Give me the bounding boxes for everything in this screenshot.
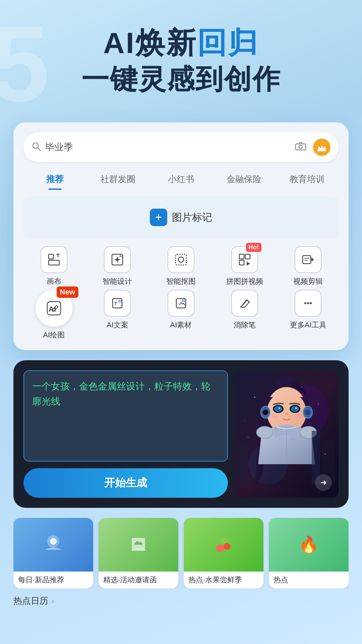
ai-gen-preview [235,370,339,498]
more-ai-label: 更多AI工具 [290,320,326,330]
canvas-icon [41,246,67,273]
hero-title-part2: 回归 [197,26,259,59]
svg-point-30 [310,302,312,304]
ai-drawing-icon: AI New [36,290,72,327]
hot-emoji: 🔥 [299,535,319,554]
smart-design-icon: AI [104,246,131,273]
ai-material-icon: AI [168,290,194,317]
tab-finance[interactable]: 金融保险 [213,170,276,190]
image-marker-label: 图片标记 [172,211,212,224]
collage-video-icon: Hot [231,246,258,273]
hero-title-line2: 一键灵感到创作 [13,63,349,96]
svg-rect-13 [245,254,250,259]
tabs-container: 推荐 社群发圈 小红书 金融保险 教育培训 [23,170,339,190]
svg-point-63 [244,420,245,421]
tool-ai-copy[interactable]: T AI AI文案 [87,290,148,340]
svg-rect-5 [49,254,53,259]
svg-point-11 [178,257,184,262]
eraser-icon [231,290,258,317]
tab-education[interactable]: 教育培训 [276,170,339,190]
tool-collage-video[interactable]: Hot 拼图拼视频 [214,246,275,286]
svg-rect-57 [238,444,248,484]
bottom-card-selected[interactable]: 精选·活动邀请函 [99,518,178,588]
svg-text:AI: AI [49,305,56,313]
svg-point-68 [216,544,224,552]
bottom-card-fruit[interactable]: 热点·水果尝鲜季 [184,518,263,588]
crown-icon[interactable] [313,139,330,156]
bottom-card-hot[interactable]: 🔥 热点 [269,518,349,588]
image-marker-button[interactable]: + 图片标记 [23,197,339,238]
svg-point-29 [307,302,309,304]
svg-point-59 [318,404,319,405]
search-placeholder: 毕业季 [45,141,295,154]
bottom-card-daily-label: 每日·新品推荐 [13,572,93,588]
ai-prompt-text: 一个女孩，金色金属丝设计，粒子特效，轮廓光线 [32,379,219,409]
smart-cutout-icon [168,246,194,273]
svg-text:AI: AI [182,299,185,303]
app-card: 毕业季 推荐 社群发圈 小红书 金融保险 教 [13,122,349,350]
canvas-label: 画布 [47,276,61,286]
preview-arrow[interactable] [315,474,332,491]
svg-point-65 [50,538,57,545]
tool-smart-design[interactable]: AI 智能设计 [87,246,148,286]
search-icon [32,142,41,153]
svg-point-44 [276,407,281,411]
svg-point-3 [299,145,302,149]
selected-image-icon [125,531,152,558]
tool-eraser[interactable]: 消除笔 [214,290,275,340]
tool-grid-row2: AI New AI绘图 T AI AI文案 [23,290,339,340]
ai-drawing-label: AI绘图 [43,330,65,340]
hero-title-line1: AI焕新回归 [13,27,349,59]
svg-point-70 [220,538,228,543]
svg-rect-6 [49,260,59,265]
svg-rect-10 [176,254,186,265]
bottom-card-daily-img [13,518,93,572]
tool-ai-material[interactable]: AI AI素材 [150,290,212,340]
ai-gen-left: 一个女孩，金色金属丝设计，粒子特效，轮廓光线 开始生成 [23,370,228,498]
svg-point-54 [289,437,294,441]
video-edit-label: 视频剪辑 [293,276,323,286]
plus-icon: + [150,209,167,226]
tab-recommended[interactable]: 推荐 [23,170,86,190]
bottom-card-daily[interactable]: 每日·新品推荐 [13,518,93,588]
svg-point-49 [294,413,304,418]
smart-cutout-label: 智能抠图 [166,276,196,286]
search-bar[interactable]: 毕业季 [23,132,339,162]
svg-point-8 [116,258,119,261]
hot-badge: Hot [246,243,261,252]
svg-rect-4 [317,150,326,151]
hot-calendar-section[interactable]: 热点日历 › [13,595,349,607]
camera-icon[interactable] [295,142,306,153]
tool-ai-drawing[interactable]: AI New AI绘图 [23,290,84,340]
svg-point-39 [305,410,310,415]
svg-text:AI: AI [119,255,122,258]
ai-material-label: AI素材 [170,320,192,330]
svg-point-47 [295,408,297,409]
tool-smart-cutout[interactable]: 智能抠图 [150,246,212,286]
tab-community[interactable]: 社群发圈 [86,170,149,190]
smart-design-label: 智能设计 [103,276,132,286]
tool-grid-row1: 画布 AI 智能设计 智能抠图 [23,246,339,286]
tool-video-edit[interactable]: 视频剪辑 [278,246,339,286]
svg-point-62 [301,387,302,388]
ai-prompt-box[interactable]: 一个女孩，金色金属丝设计，粒子特效，轮廓光线 [23,370,228,462]
svg-marker-17 [311,258,314,262]
bottom-card-selected-img [99,518,178,572]
svg-line-1 [38,148,40,150]
svg-point-60 [248,437,248,438]
tool-more-ai[interactable]: 更多AI工具 [278,290,339,340]
svg-rect-16 [303,256,311,264]
svg-rect-67 [132,549,145,551]
collage-video-label: 拼图拼视频 [226,276,263,286]
tool-canvas[interactable]: 画布 [23,246,84,286]
video-edit-icon [295,246,321,273]
svg-text:T: T [114,301,117,306]
tab-xiaohongshu[interactable]: 小红书 [149,170,213,190]
svg-point-38 [263,410,268,415]
svg-point-51 [256,426,273,438]
ai-generate-button[interactable]: 开始生成 [23,468,228,498]
hero-section: AI焕新回归 一键灵感到创作 [0,0,362,109]
svg-point-45 [293,407,297,411]
svg-rect-2 [296,144,306,150]
bottom-card-fruit-img [184,518,263,572]
